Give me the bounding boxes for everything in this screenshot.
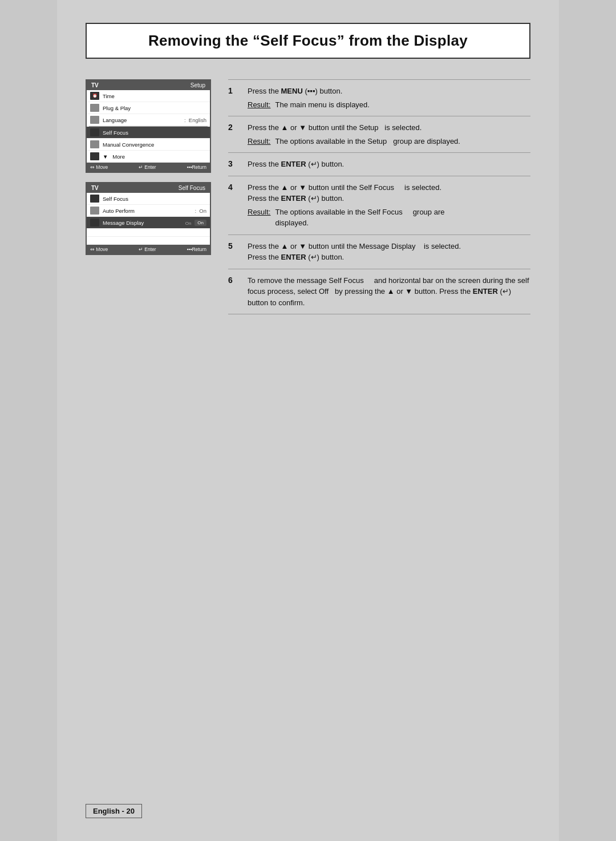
step4-second-line: Press the ENTER (↵) button. [248,193,530,204]
tv-row-more: ▼ More [87,151,210,163]
tv-screen-selffocus: TV Self Focus Self Focus Auto Perform : … [86,182,211,255]
tv-header-selffocus: TV Self Focus [87,183,210,193]
step-number-4: 4 [228,182,240,229]
step-6: 6 To remove the message Self Focus and h… [228,269,530,315]
page-footer: English - 20 [86,804,142,818]
step5-bold-enter: ENTER [281,253,306,261]
left-panel: TV Setup ⏰ Time Plug & Play [86,79,211,255]
tv-icon-time: ⏰ [90,92,99,100]
step-number-6: 6 [228,275,240,309]
step-content-4: Press the ▲ or ▼ button until the Self F… [248,182,530,229]
step-number-5: 5 [228,241,240,263]
tv-icon-sf1 [90,195,99,203]
step5-main-text: Press the ▲ or ▼ button until the Messag… [248,241,530,252]
step3-bold-enter: ENTER [281,160,306,168]
tv-row-sf-msgdisplay: Message Display On On [87,217,210,229]
tv-footer-enter: ↵ Enter [139,164,156,170]
step-content-6: To remove the message Self Focus and hor… [248,275,530,309]
tv-body-selffocus: Self Focus Auto Perform : On Message Dis… [87,193,210,245]
tv-icon-sf3 [90,219,99,227]
tv-footer2-move: ⇔ Move [90,246,108,252]
title-box: Removing the “Self Focus” from the Displ… [86,23,530,59]
tv-row-selffocus: Self Focus [87,127,210,139]
step-1: 1 Press the MENU (▪▪▪) button. Result: T… [228,79,530,116]
tv-icon-selffocus [90,128,99,136]
step6-main-text: To remove the message Self Focus and hor… [248,275,530,309]
step5-second-line: Press the ENTER (↵) button. [248,252,530,263]
step-content-3: Press the ENTER (↵) button. [248,159,530,170]
step-number-3: 3 [228,159,240,170]
tv-row-time: ⏰ Time [87,90,210,102]
step6-bold-enter: ENTER [473,287,498,296]
content-area: TV Setup ⏰ Time Plug & Play [86,79,530,314]
step2-result: Result: The options available in the Set… [248,136,530,147]
tv-footer-setup: ⇔ Move ↵ Enter ▪▪▪Return [87,163,210,172]
tv-title-setup: Setup [191,82,205,88]
tv-label-1: TV [91,82,99,88]
page-title: Removing the “Self Focus” from the Displ… [98,32,518,50]
tv-icon-sf2 [90,207,99,215]
step2-result-label: Result: [248,136,270,147]
tv-footer2-enter: ↵ Enter [139,246,156,252]
step1-result-text: The main menu is displayed. [275,99,369,111]
step-number-1: 1 [228,86,240,110]
step2-result-text: The options available in the Setup group… [275,136,460,147]
tv-title-selffocus: Self Focus [179,185,205,191]
step1-result-label: Result: [248,99,270,111]
step1-main-text: Press the MENU (▪▪▪) button. [248,86,530,97]
step4-result: Result: The options available in the Sel… [248,207,530,229]
step4-main-text: Press the ▲ or ▼ button until the Self F… [248,182,530,193]
step-3: 3 Press the ENTER (↵) button. [228,153,530,176]
step1-result: Result: The main menu is displayed. [248,99,530,111]
tv-icon-lang [90,116,99,124]
tv-row-sf-autoperform: Auto Perform : On [87,205,210,217]
tv-row-sf-empty2 [87,237,210,245]
tv-footer-selffocus: ⇔ Move ↵ Enter ▪▪▪Return [87,245,210,254]
tv-body-setup: ⏰ Time Plug & Play Language : English [87,90,210,163]
step4-result-label: Result: [248,207,270,229]
page: Removing the “Self Focus” from the Displ… [57,0,559,841]
tv-icon-more [90,152,99,160]
step4-bold-enter: ENTER [281,194,306,203]
step-5: 5 Press the ▲ or ▼ button until the Mess… [228,235,530,269]
step4-result-text: The options available in the Self Focus … [275,207,444,229]
tv-footer-move: ⇔ Move [90,164,108,170]
step-content-2: Press the ▲ or ▼ button until the Setup … [248,122,530,147]
tv-row-sf-empty1 [87,229,210,237]
tv-icon-plug [90,104,99,112]
tv-screen-setup: TV Setup ⏰ Time Plug & Play [86,79,211,173]
tv-row-language: Language : English [87,114,210,126]
step-content-1: Press the MENU (▪▪▪) button. Result: The… [248,86,530,110]
tv-row-sf-selffocus: Self Focus [87,193,210,205]
step-2: 2 Press the ▲ or ▼ button until the Setu… [228,116,530,153]
step3-main-text: Press the ENTER (↵) button. [248,159,530,170]
tv-footer2-return: ▪▪▪Return [187,246,206,252]
tv-icon-manualconv [90,140,99,148]
tv-label-2: TV [91,185,99,191]
step-4: 4 Press the ▲ or ▼ button until the Self… [228,176,530,235]
step2-main-text: Press the ▲ or ▼ button until the Setup … [248,122,530,134]
footer-text: English - 20 [93,807,135,815]
step-content-5: Press the ▲ or ▼ button until the Messag… [248,241,530,263]
tv-footer-return: ▪▪▪Return [187,164,206,170]
tv-row-plug: Plug & Play [87,102,210,114]
on-badge: On [194,220,206,226]
right-panel: 1 Press the MENU (▪▪▪) button. Result: T… [228,79,530,314]
tv-row-manualconv: Manual Convergence [87,139,210,151]
tv-header-setup: TV Setup [87,80,210,90]
step-number-2: 2 [228,122,240,147]
step1-bold-menu: MENU [281,87,303,95]
